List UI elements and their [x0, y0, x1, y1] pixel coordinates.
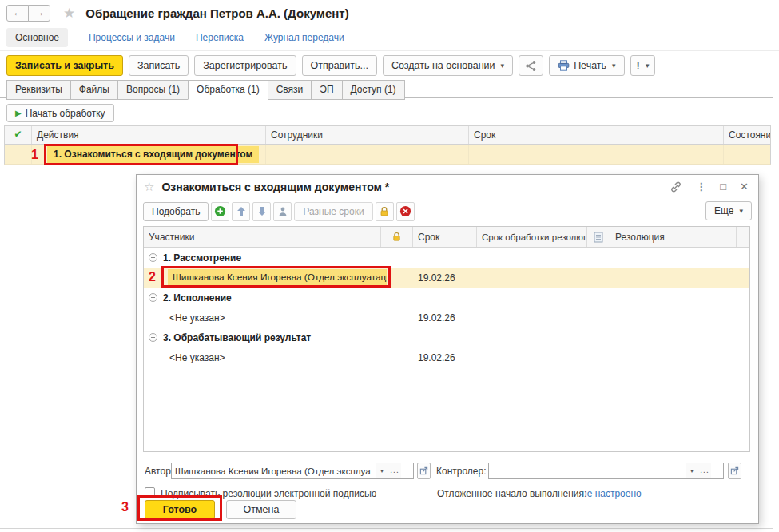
add-icon — [214, 205, 226, 217]
exclamation-icon: ! — [637, 60, 640, 72]
register-button[interactable]: Зарегистрировать — [194, 55, 296, 76]
column-header-extra — [737, 227, 749, 247]
more-button[interactable]: Еще ▾ — [705, 201, 752, 220]
column-header-deadline[interactable]: Срок — [469, 126, 724, 144]
nav-link-transfer-log[interactable]: Журнал передачи — [264, 32, 344, 43]
column-header-lock[interactable] — [381, 227, 413, 247]
tab-access[interactable]: Доступ (1) — [342, 80, 405, 100]
participant-cell[interactable]: <Не указан> — [169, 352, 225, 363]
done-button[interactable]: Готово — [145, 500, 215, 519]
history-nav: ← → — [6, 5, 50, 22]
start-processing-button[interactable]: ▶ Начать обработку — [6, 104, 114, 122]
importance-button[interactable]: ! ▾ — [630, 55, 656, 76]
nav-tab-main[interactable]: Основное — [6, 28, 68, 47]
column-header-participants[interactable]: Участники — [144, 227, 381, 247]
collapse-icon[interactable] — [149, 293, 157, 302]
author-input[interactable] — [172, 463, 376, 478]
group-row-processing-result[interactable]: 3. Обрабатывающий результат — [144, 328, 749, 347]
participant-cell[interactable]: Шишканова Ксения Игоревна (Отдел эксплуа… — [168, 269, 387, 286]
sign-resolutions-label: Подписывать резолюции электронной подпис… — [161, 488, 376, 499]
print-button[interactable]: Печать ▾ — [549, 55, 624, 76]
lock-button[interactable] — [376, 202, 394, 221]
printer-icon — [558, 60, 570, 71]
more-label: Еще — [714, 205, 733, 216]
assign-person-button[interactable] — [273, 202, 292, 221]
cancel-button[interactable]: Отмена — [226, 500, 296, 519]
controller-browse-button[interactable]: ... — [698, 463, 711, 478]
back-button[interactable]: ← — [6, 5, 29, 22]
author-open-button[interactable] — [417, 463, 431, 479]
lock-icon — [391, 232, 402, 242]
create-based-on-label: Создать на основании — [391, 60, 495, 71]
annotation-number-2: 2 — [149, 270, 156, 284]
different-deadlines-button[interactable]: Разные сроки — [294, 202, 372, 221]
chevron-down-icon: ▾ — [612, 62, 616, 69]
annotation-number-3: 3 — [121, 500, 129, 514]
link-icon[interactable] — [670, 181, 682, 193]
maximize-icon[interactable]: □ — [720, 181, 726, 193]
window-right-edge — [773, 80, 773, 528]
column-header-employees[interactable]: Сотрудники — [266, 126, 469, 144]
deferred-start-link[interactable]: не настроено — [582, 488, 642, 499]
column-header-actions[interactable]: Действия — [32, 126, 266, 144]
close-icon[interactable]: ✕ — [740, 181, 749, 193]
dialog-title-bar: ☆ Ознакомиться с входящим документом * — [144, 180, 389, 194]
pick-button[interactable]: Подобрать — [143, 202, 209, 221]
participant-row-empty-2[interactable]: <Не указан> 19.02.26 — [144, 347, 749, 367]
author-browse-button[interactable]: ... — [388, 463, 401, 478]
collapse-icon[interactable] — [149, 333, 157, 342]
app-window: ← → ★ Обращение граждан Петров А.А. (Док… — [0, 0, 779, 532]
column-header-resolution-deadline[interactable]: Срок обработки резолюции — [477, 227, 587, 247]
forward-button[interactable]: → — [28, 5, 50, 22]
move-up-button[interactable] — [232, 202, 250, 221]
move-down-button[interactable] — [252, 202, 271, 221]
controller-input[interactable] — [489, 463, 686, 478]
controller-label: Контролер: — [436, 466, 487, 477]
deadline-cell[interactable]: 19.02.26 — [418, 352, 455, 363]
arrow-down-icon — [257, 206, 267, 216]
column-header-state[interactable]: Состояние — [724, 126, 770, 144]
group-row-execution[interactable]: 2. Исполнение — [144, 288, 749, 308]
participant-row-empty-1[interactable]: <Не указан> 19.02.26 — [144, 308, 749, 328]
create-based-on-button[interactable]: Создать на основании ▾ — [383, 55, 513, 76]
processing-table-row[interactable]: 1. Ознакомиться с входящим документом — [4, 145, 771, 165]
save-button[interactable]: Записать — [129, 55, 189, 76]
tab-questions[interactable]: Вопросы (1) — [117, 80, 189, 100]
send-button[interactable]: Отправить... — [302, 55, 377, 76]
add-button[interactable] — [211, 202, 229, 221]
participant-cell[interactable]: <Не указан> — [169, 312, 225, 324]
share-icon — [525, 60, 537, 72]
nav-link-processes[interactable]: Процессы и задачи — [89, 32, 175, 43]
share-button[interactable] — [519, 55, 543, 76]
sign-resolutions-checkbox[interactable] — [145, 487, 155, 498]
deadline-cell[interactable]: 19.02.26 — [418, 272, 455, 284]
window-bottom-edge — [0, 528, 773, 529]
tab-requisites[interactable]: Реквизиты — [6, 80, 71, 100]
tab-links[interactable]: Связи — [268, 80, 312, 100]
tab-signature[interactable]: ЭП — [311, 80, 342, 100]
column-header-deadline[interactable]: Срок — [413, 227, 477, 247]
favorite-star-icon[interactable]: ★ — [63, 5, 75, 22]
more-actions-icon[interactable]: ⋮ — [696, 181, 706, 193]
section-links: Основное Процессы и задачи Переписка Жур… — [6, 27, 344, 47]
group-label: 2. Исполнение — [163, 292, 232, 304]
nav-link-correspondence[interactable]: Переписка — [196, 32, 244, 43]
controller-open-button[interactable] — [728, 463, 741, 479]
tab-processing[interactable]: Обработка (1) — [188, 80, 268, 100]
column-header-resolution[interactable]: Резолюция — [610, 227, 737, 247]
deadline-cell[interactable]: 19.02.26 — [418, 312, 455, 324]
remove-button[interactable] — [396, 202, 415, 221]
group-row-review[interactable]: 1. Рассмотрение — [144, 248, 749, 268]
controller-dropdown-button[interactable]: ▾ — [686, 463, 698, 478]
action-cell[interactable]: 1. Ознакомиться с входящим документом — [47, 146, 259, 163]
title-bar: ← → ★ Обращение граждан Петров А.А. (Док… — [6, 3, 349, 22]
participant-row-highlighted[interactable]: Шишканова Ксения Игоревна (Отдел эксплуа… — [144, 268, 749, 288]
tab-files[interactable]: Файлы — [70, 80, 118, 100]
column-header-document[interactable] — [587, 227, 610, 247]
collapse-icon[interactable] — [149, 253, 157, 262]
controller-field: ▾ ... — [488, 463, 724, 479]
dialog-favorite-star-icon[interactable]: ☆ — [144, 180, 154, 194]
save-and-close-button[interactable]: Записать и закрыть — [6, 55, 123, 76]
author-dropdown-button[interactable]: ▾ — [376, 463, 388, 478]
task-dialog: ☆ Ознакомиться с входящим документом * ⋮… — [136, 174, 759, 524]
